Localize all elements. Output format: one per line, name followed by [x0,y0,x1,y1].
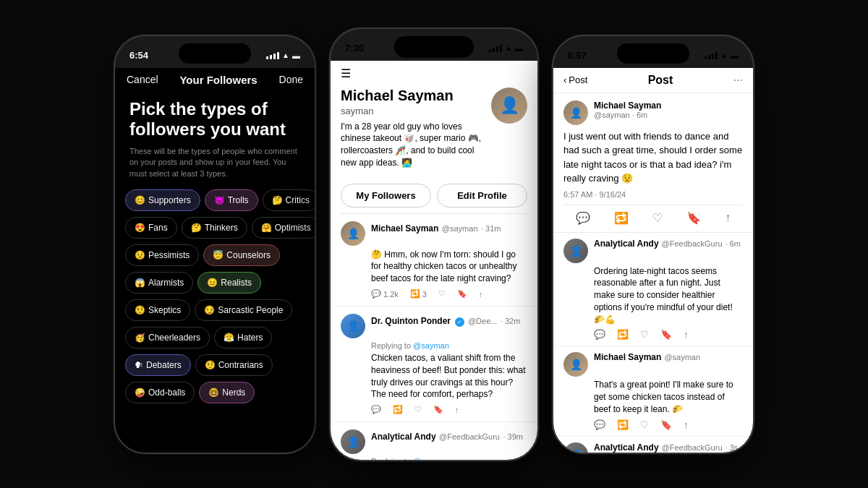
tweet-1-like[interactable]: ♡ [438,289,446,299]
phones-container: 6:54 ▲ ▬ Cancel Your Followers Done Pick… [0,0,868,488]
screen-2: ☰ Michael Sayman sayman I'm a 28 year ol… [331,61,537,460]
main-post-retweet-icon[interactable]: 🔁 [614,211,629,225]
tag-fans[interactable]: 😍Fans [125,217,177,239]
phone-3: 6:57 ▲ ▬ ‹ Post Post ··· [552,35,754,454]
tweet-3-author: Analytical Andy [371,432,436,442]
my-followers-button[interactable]: My Followers [341,184,431,207]
tweet-1-retweet[interactable]: 🔁3 [410,289,427,299]
battery-icon-3: ▬ [731,51,739,60]
signal-icon-2 [489,45,502,52]
tag-cheerleaders[interactable]: 🥳Cheerleaders [125,327,210,348]
tags-row-7: 🗣Debaters 🤨Contrarians [125,354,305,376]
reply-2-body: That's a great point! I'll make sure to … [594,379,743,415]
edit-profile-button[interactable]: Edit Profile [437,184,527,207]
tag-contrarians[interactable]: 🤨Contrarians [195,354,273,376]
tweet-1-actions: 💬1.2k 🔁3 ♡ 🔖 ↑ [371,289,527,299]
tag-thinkers[interactable]: 🤔Thinkers [182,217,247,239]
tweet-1-share[interactable]: ↑ [479,289,483,299]
main-post-meta: Michael Sayman @sayman · 6m [594,100,743,119]
tag-oddballs[interactable]: 🤪Odd-balls [125,382,195,403]
profile-info: Michael Sayman sayman I'm a 28 year old … [341,87,527,169]
reply-2-share-icon[interactable]: ↑ [684,419,689,430]
tag-alarmists[interactable]: 😱Alarmists [125,272,193,294]
hamburger-icon[interactable]: ☰ [341,67,527,80]
reply-1-share-icon[interactable]: ↑ [684,329,689,340]
reply-2-header: 👤 Michael Sayman @sayman [563,352,743,377]
reply-2-bookmark-icon[interactable]: 🔖 [660,419,672,430]
reply-2-reply-icon[interactable]: 💬 [594,419,605,430]
tag-counselors[interactable]: 😇Counselors [203,244,280,266]
main-post-like-icon[interactable]: ♡ [652,211,663,225]
tweet-1: 👤 Michael Sayman @sayman · 31m 🤔 Hmm, ok… [331,214,537,307]
reply-1: 👤 Analytical Andy @FeedbackGuru · 6m Ord… [553,233,753,347]
reply-1-bookmark-icon[interactable]: 🔖 [660,329,672,340]
verified-badge-1: ✓ [455,317,464,327]
main-post: 👤 Michael Sayman @sayman · 6m I just wen… [553,93,753,233]
reply-1-like-icon[interactable]: ♡ [640,329,649,340]
main-post-handle: @sayman · 6m [594,111,743,119]
tweet-1-bookmark[interactable]: 🔖 [457,289,467,299]
reply-1-retweet-icon[interactable]: 🔁 [617,329,629,340]
tweet-1-reply[interactable]: 💬1.2k [371,289,399,299]
tags-row-4: 😱Alarmists 😐Realists [125,272,305,294]
reply-2-retweet-icon[interactable]: 🔁 [617,419,629,430]
reply-1-header: 👤 Analytical Andy @FeedbackGuru · 6m [563,239,743,263]
tags-row-3: 😟Pessimists 😇Counselors [125,244,305,266]
tag-optimists[interactable]: 🤗Optimists [252,217,316,239]
tag-supporters[interactable]: 😊Supporters [125,189,200,211]
done-button[interactable]: Done [279,74,303,85]
cancel-button[interactable]: Cancel [127,74,158,85]
wifi-icon-1: ▲ [282,51,289,59]
tag-skeptics[interactable]: 🤨Skeptics [125,299,190,321]
reply-1-actions: 💬 🔁 ♡ 🔖 ↑ [594,329,743,340]
wifi-icon-3: ▲ [720,51,728,59]
wifi-icon-2: ▲ [505,44,512,52]
back-button[interactable]: ‹ Post [563,74,587,85]
reply-1-reply-icon[interactable]: 💬 [594,329,605,340]
avatar: 👤 [491,87,527,124]
profile-bio: I'm a 28 year old guy who loves chinese … [341,121,491,169]
tweet-2-meta: Dr. Quinton Ponder ✓ @Dee... · 32m [371,314,527,327]
tweet-2-author: Dr. Quinton Ponder [371,316,451,326]
signal-icon-1 [266,52,279,59]
reply-3-author: Analytical Andy [594,442,659,453]
dynamic-island-3 [617,43,689,64]
tweet-2-bookmark[interactable]: 🔖 [433,405,443,414]
time-2: 7:30 [345,43,364,53]
tweet-3: 👤 Analytical Andy @FeedbackGuru · 39m Re… [331,422,537,459]
tag-trolls[interactable]: 😈Trolls [205,189,258,211]
more-options-icon[interactable]: ··· [733,74,743,87]
tag-nerds[interactable]: 🤓Nerds [199,382,255,403]
reply-1-author: Analytical Andy [594,239,659,249]
reply-1-body: Ordering late-night tacos seems reasonab… [594,265,743,326]
reply-1-meta: Analytical Andy @FeedbackGuru · 6m [594,239,741,249]
reply-2-like-icon[interactable]: ♡ [640,419,649,430]
tweet-2-reply[interactable]: 💬 [371,405,381,414]
main-post-bookmark-icon[interactable]: 🔖 [686,211,701,225]
tag-critics[interactable]: 🤔Critics [263,189,316,211]
tweet-2-like[interactable]: ♡ [414,405,422,414]
tags-row-6: 🥳Cheerleaders 😤Haters [125,327,305,348]
reply-3-handle: @FeedbackGuru [662,443,723,452]
tag-haters[interactable]: 😤Haters [214,327,272,348]
reply-3: 👤 Analytical Andy @FeedbackGuru · 3s Cho… [553,437,753,453]
main-post-header: 👤 Michael Sayman @sayman · 6m [563,100,743,125]
tag-sarcastic[interactable]: 😏Sarcastic People [195,299,292,321]
main-post-actions: 💬 🔁 ♡ 🔖 ↑ [563,205,743,225]
tweet-1-body: 🤔 Hmm, ok now I'm torn: should I go for … [371,249,527,285]
main-post-reply-icon[interactable]: 💬 [576,211,590,225]
tags-row-8: 🤪Odd-balls 🤓Nerds [125,382,305,403]
tag-debaters[interactable]: 🗣Debaters [125,354,191,376]
tweet-2-share[interactable]: ↑ [455,405,459,414]
tweet-2: 👤 Dr. Quinton Ponder ✓ @Dee... · 32m Rep… [331,307,537,422]
tweet-2-retweet[interactable]: 🔁 [393,405,403,414]
phone-2: 7:30 ▲ ▬ ☰ Michael Sayman sayman [329,27,539,461]
main-post-avatar: 👤 [563,100,588,125]
reply-3-time: · 3s [726,443,739,452]
main-post-body: I just went out with friends to dance an… [563,129,743,186]
main-post-share-icon[interactable]: ↑ [725,211,731,225]
tag-pessimists[interactable]: 😟Pessimists [125,244,199,266]
signal-icon-3 [705,52,718,59]
picker-title: Pick the types of followers you want [129,99,300,141]
tag-realists[interactable]: 😐Realists [197,272,261,294]
